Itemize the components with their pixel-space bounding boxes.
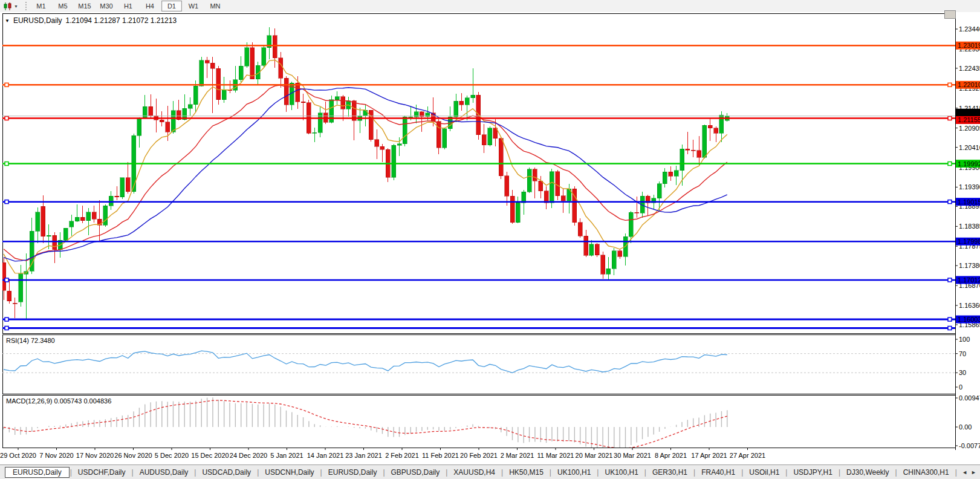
timeframe-toolbar: ▼ M1M5M15M30H1H4D1W1MN [0, 0, 980, 13]
svg-text:1.16360: 1.16360 [959, 302, 980, 309]
candlestick-chart-icon [4, 2, 12, 10]
svg-text:15 Dec 2020: 15 Dec 2020 [191, 452, 229, 459]
chart-shift-marker[interactable] [944, 10, 956, 19]
tab-separator: | [693, 468, 695, 477]
svg-text:30 Mar 2021: 30 Mar 2021 [614, 452, 651, 459]
svg-text:29 Oct 2020: 29 Oct 2020 [0, 452, 36, 459]
svg-text:17 Nov 2020: 17 Nov 2020 [76, 452, 114, 459]
svg-text:1.17012: 1.17012 [958, 276, 980, 284]
tab-separator: | [644, 468, 646, 477]
timeframe-button-H4[interactable]: H4 [140, 1, 160, 11]
svg-text:11 Mar 2021: 11 Mar 2021 [537, 452, 574, 459]
svg-text:23 Jan 2021: 23 Jan 2021 [345, 452, 382, 459]
svg-text:0.00: 0.00 [959, 423, 972, 431]
tab-hk50-m15[interactable]: HK50,M15 [504, 468, 549, 477]
svg-text:1.18385: 1.18385 [959, 223, 980, 230]
tab-separator: | [785, 468, 787, 477]
tab-eurusd-daily[interactable]: EURUSD,Daily [5, 467, 70, 478]
svg-text:0: 0 [959, 383, 962, 391]
tab-separator: | [320, 468, 322, 477]
tab-separator: | [194, 468, 196, 477]
price-axis: 1.234401.229301.224351.219251.214151.209… [955, 25, 980, 449]
chart-window[interactable]: 1.234401.229301.224351.219251.214151.209… [0, 12, 980, 464]
svg-text:1.22010: 1.22010 [958, 81, 980, 88]
timeframe-button-H1[interactable]: H1 [118, 1, 138, 11]
timeframe-button-M5[interactable]: M5 [53, 1, 73, 11]
svg-text:17 Apr 2021: 17 Apr 2021 [691, 452, 727, 459]
tab-usdcad-daily[interactable]: USDCAD,Daily [196, 468, 256, 477]
macd-panel [4, 397, 727, 451]
symbol-dropdown-icon[interactable]: ▼ [5, 18, 10, 24]
svg-text:1.16003: 1.16003 [958, 316, 980, 323]
svg-text:1.17380: 1.17380 [959, 262, 980, 269]
rsi-indicator-label: RSI(14) 72.3480 [6, 337, 55, 344]
svg-text:30: 30 [959, 369, 966, 376]
svg-text:1.23019: 1.23019 [958, 42, 980, 49]
svg-text:5 Jan 2021: 5 Jan 2021 [270, 452, 303, 459]
timeframe-button-W1[interactable]: W1 [183, 1, 204, 11]
mt4-terminal: ▼ M1M5M15M30H1H4D1W1MN 1.234401.229301.2… [0, 0, 980, 479]
tab-scroll-right-icon[interactable]: ► [971, 469, 976, 475]
svg-text:70: 70 [959, 350, 966, 357]
svg-text:1.17998: 1.17998 [958, 238, 980, 245]
timeframe-button-M30[interactable]: M30 [96, 1, 117, 11]
svg-text:0.009478: 0.009478 [959, 394, 980, 402]
svg-text:1.22435: 1.22435 [959, 65, 980, 72]
time-axis: 29 Oct 20207 Nov 202017 Nov 202026 Nov 2… [0, 448, 765, 459]
svg-text:24 Dec 2020: 24 Dec 2020 [230, 452, 267, 459]
tab-dj30-weekly[interactable]: DJ30,Weekly [841, 468, 894, 477]
svg-text:5 Dec 2020: 5 Dec 2020 [155, 452, 189, 459]
timeframe-button-MN[interactable]: MN [205, 1, 226, 11]
chart-symbol: EURUSD,Daily [13, 16, 62, 25]
timeframe-button-D1[interactable]: D1 [161, 1, 182, 11]
svg-text:8 Apr 2021: 8 Apr 2021 [655, 452, 687, 459]
timeframe-button-M15[interactable]: M15 [74, 1, 95, 11]
tab-xauusd-h4[interactable]: XAUUSD,H4 [448, 468, 501, 477]
svg-text:1.19015: 1.19015 [958, 198, 980, 206]
svg-text:1.21155: 1.21155 [958, 116, 980, 123]
panel-borders [2, 13, 955, 450]
tab-separator: | [446, 468, 447, 477]
tab-separator: | [550, 468, 551, 477]
svg-text:-0.00777: -0.00777 [959, 442, 980, 449]
tab-gbpusd-daily[interactable]: GBPUSD,Daily [386, 468, 446, 477]
tab-separator: | [132, 468, 134, 477]
toolbar-grip[interactable] [25, 2, 27, 10]
tab-separator: | [741, 468, 743, 477]
tab-ger30-h1[interactable]: GER30,H1 [647, 468, 693, 477]
tab-uk100-h1[interactable]: UK100,H1 [599, 468, 643, 477]
tab-separator: | [257, 468, 259, 477]
tab-audusd-daily[interactable]: AUDUSD,Daily [134, 468, 194, 477]
tab-usdcnh-daily[interactable]: USDCNH,Daily [259, 468, 319, 477]
tab-usdchf-daily[interactable]: USDCHF,Daily [73, 468, 131, 477]
svg-text:1.23440: 1.23440 [959, 25, 980, 33]
tab-separator: | [955, 468, 957, 477]
chart-tabs: EURUSD,Daily|USDCHF,Daily|AUDUSD,Daily|U… [0, 467, 973, 478]
svg-text:2 Mar 2021: 2 Mar 2021 [501, 452, 534, 459]
chart-tabs-bar: EURUSD,Daily|USDCHF,Daily|AUDUSD,Daily|U… [0, 464, 980, 479]
macd-indicator-label: MACD(12,26,9) 0.005743 0.004836 [6, 397, 111, 405]
chart-ohlc-values: 1.21094 1.21287 1.21072 1.21213 [66, 16, 177, 25]
svg-text:1.19390: 1.19390 [959, 183, 980, 191]
price-chart-svg[interactable]: 1.234401.229301.224351.219251.214151.209… [0, 12, 980, 464]
tab-separator: | [597, 468, 599, 477]
svg-text:20 Feb 2021: 20 Feb 2021 [460, 452, 498, 459]
tab-fra40-h1[interactable]: FRA40,H1 [696, 468, 741, 477]
svg-text:27 Apr 2021: 27 Apr 2021 [730, 452, 765, 459]
tab-usoil-h1[interactable]: USOil,H1 [744, 468, 785, 477]
chart-type-button[interactable]: ▼ [0, 0, 22, 12]
chevron-down-icon: ▼ [14, 4, 18, 8]
tab-usdjpy-h1[interactable]: USDJPY,H1 [788, 468, 837, 477]
tab-eurusd-daily[interactable]: EURUSD,Daily [323, 468, 383, 477]
tab-china300-h1[interactable]: CHINA300,H1 [898, 468, 955, 477]
svg-text:11 Feb 2021: 11 Feb 2021 [422, 452, 459, 459]
svg-text:1.19992: 1.19992 [958, 160, 980, 168]
rsi-panel [2, 351, 955, 373]
tab-scroll-left-icon[interactable]: ◄ [962, 469, 967, 475]
timeframe-button-M1[interactable]: M1 [31, 1, 51, 11]
svg-text:2 Feb 2021: 2 Feb 2021 [385, 452, 419, 459]
tab-separator: | [501, 468, 503, 477]
tab-uk100-h1[interactable]: UK100,H1 [552, 468, 596, 477]
horizontal-lines-layer[interactable] [2, 45, 955, 330]
tab-separator: | [70, 468, 72, 477]
